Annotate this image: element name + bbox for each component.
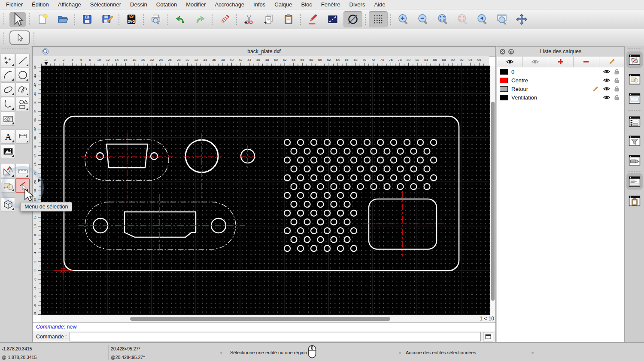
delete-button[interactable] — [215, 11, 234, 27]
drawing-window-titlebar[interactable]: back_plate.dxf — [33, 47, 495, 57]
layer-lock-toggle[interactable] — [614, 77, 621, 83]
layer-color-swatch[interactable] — [500, 95, 508, 100]
menu-affichage[interactable]: Affichage — [58, 1, 81, 8]
grid-toggle-button[interactable] — [369, 11, 388, 27]
layer-color-swatch[interactable] — [500, 69, 508, 75]
polygon-tool-button[interactable] — [15, 97, 30, 111]
menu-slectionner[interactable]: Sélectionner — [90, 1, 121, 8]
layer-visibility-toggle[interactable] — [603, 77, 611, 83]
menu-fentre[interactable]: Fenêtre — [321, 1, 340, 8]
menu-cotation[interactable]: Cotation — [156, 1, 177, 8]
command-detach-button[interactable] — [483, 332, 493, 341]
block-tool-button[interactable] — [1, 178, 15, 193]
menu-aide[interactable]: Aide — [374, 1, 385, 8]
remove-layer-button[interactable] — [574, 57, 599, 67]
line-tool-button[interactable] — [15, 53, 30, 67]
layer-lock-toggle[interactable] — [614, 94, 621, 100]
ellipse-tool-button[interactable] — [1, 82, 15, 97]
text-tool-button[interactable]: A — [1, 130, 15, 144]
zoom-out-button[interactable] — [413, 11, 433, 27]
paste-button[interactable] — [279, 11, 298, 27]
menu-calque[interactable]: Calque — [274, 1, 292, 8]
edit-layer-button[interactable] — [599, 57, 624, 67]
layer-row-centre[interactable]: Centre — [497, 76, 624, 84]
clipboard-dock-button[interactable] — [626, 193, 643, 209]
layer-row-0[interactable]: 0 — [497, 67, 624, 76]
vertical-scrollbar[interactable] — [490, 66, 495, 315]
horizontal-scrollbar[interactable] — [41, 315, 477, 322]
cut-button[interactable] — [239, 11, 259, 27]
entity-list-dock-button[interactable] — [626, 113, 643, 130]
copy-button[interactable] — [259, 11, 279, 27]
toolbar-drag-handle[interactable] — [3, 32, 5, 44]
dock-drag-handle[interactable] — [628, 48, 641, 49]
3d-view-tool-button[interactable] — [1, 197, 15, 211]
menu-modifier[interactable]: Modifier — [186, 1, 206, 8]
library-browser-dock-button[interactable] — [626, 90, 643, 106]
zoom-window-button[interactable] — [492, 11, 512, 27]
select-tool-button[interactable] — [9, 12, 26, 27]
layer-visibility-toggle[interactable] — [603, 69, 611, 75]
layer-color-swatch[interactable] — [500, 86, 508, 92]
layer-row-ventilation[interactable]: Ventilation — [497, 93, 624, 102]
menu-infos[interactable]: Infos — [253, 1, 265, 8]
ortho-tool-button[interactable] — [323, 11, 343, 27]
menu-dition[interactable]: Édition — [32, 1, 49, 8]
pan-button[interactable] — [512, 11, 532, 27]
layer-list-dock-button[interactable] — [626, 51, 643, 68]
redo-button[interactable] — [190, 11, 210, 27]
menu-accrochage[interactable]: Accrochage — [215, 1, 244, 8]
block-list-dock-button[interactable] — [626, 71, 643, 87]
vertical-scrollbar-thumb[interactable] — [491, 102, 495, 301]
undo-button[interactable] — [170, 11, 190, 27]
selection-pointer-button[interactable] — [9, 30, 30, 45]
save-as-button[interactable] — [97, 11, 117, 27]
layer-lock-toggle[interactable] — [614, 86, 621, 92]
toolbar-drag-handle[interactable] — [33, 32, 35, 44]
zoom-selection-button[interactable] — [453, 11, 472, 27]
hatch-tool-button[interactable] — [1, 112, 15, 126]
layer-color-swatch[interactable] — [500, 78, 508, 83]
polyline-tool-button[interactable] — [1, 97, 15, 111]
palette-drag-handle[interactable] — [2, 48, 28, 49]
open-file-button[interactable] — [53, 11, 73, 27]
save-button[interactable] — [77, 11, 97, 27]
print-preview-button[interactable] — [146, 11, 166, 27]
draw-tool-button[interactable] — [303, 11, 323, 27]
named-views-dock-button[interactable] — [626, 152, 643, 168]
zoom-previous-button[interactable] — [472, 11, 492, 27]
image-tool-button[interactable] — [1, 144, 15, 158]
menu-dessin[interactable]: Dessin — [130, 1, 147, 8]
layer-visibility-toggle[interactable] — [603, 86, 611, 92]
points-tool-button[interactable] — [1, 53, 15, 67]
toolbar-drag-handle[interactable] — [3, 13, 5, 25]
toolbar-drag-handle[interactable] — [29, 13, 30, 25]
menu-fichier[interactable]: Fichier — [6, 1, 23, 8]
show-all-layers-button[interactable] — [497, 57, 522, 67]
selection-menu-tool-button[interactable] — [15, 178, 30, 193]
command-input[interactable] — [70, 332, 481, 341]
layer-row-retour[interactable]: Retour — [497, 84, 624, 93]
menu-divers[interactable]: Divers — [349, 1, 365, 8]
horizontal-scrollbar-thumb[interactable] — [130, 317, 390, 321]
circle-tool-button[interactable] — [15, 68, 30, 82]
snap-free-button[interactable] — [343, 11, 362, 27]
measure-tool-button[interactable] — [15, 164, 30, 178]
spline-tool-button[interactable] — [15, 82, 30, 97]
dimension-tool-button[interactable] — [15, 130, 30, 144]
selection-filter-dock-button[interactable] — [626, 133, 643, 149]
new-document-button[interactable] — [33, 11, 53, 27]
layer-lock-toggle[interactable] — [614, 69, 621, 75]
modify-tool-button[interactable] — [1, 164, 15, 178]
menu-bloc[interactable]: Bloc — [301, 1, 312, 8]
vent-hole — [291, 148, 297, 154]
arc-tool-button[interactable] — [1, 68, 15, 82]
zoom-auto-button[interactable] — [433, 11, 453, 27]
add-layer-button[interactable] — [548, 57, 574, 67]
layer-visibility-toggle[interactable] — [603, 94, 611, 100]
export-svg-button[interactable]: SVG — [122, 11, 141, 27]
command-widget-dock-button[interactable] — [626, 173, 643, 190]
zoom-in-button[interactable] — [393, 11, 413, 27]
drawing-canvas[interactable] — [41, 66, 490, 315]
hide-all-layers-button[interactable] — [522, 57, 548, 67]
